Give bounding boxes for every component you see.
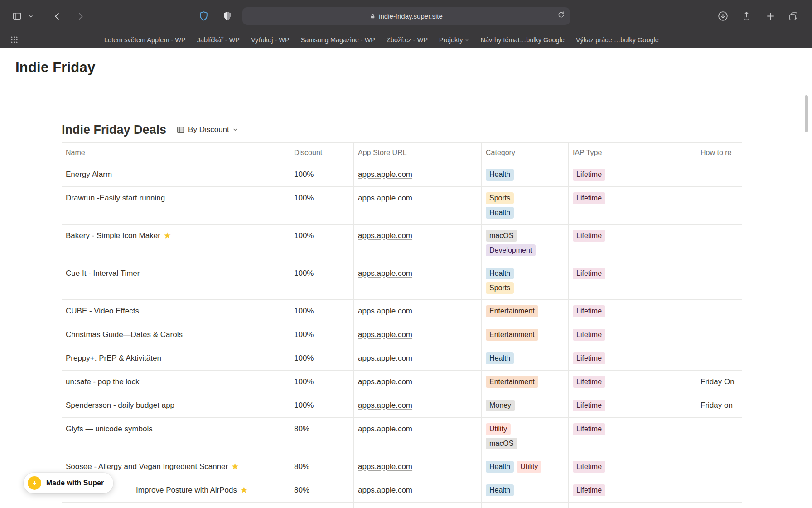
new-tab-button[interactable] — [765, 0, 776, 32]
collection-section: Indie Friday Deals By Discount NameDisco… — [62, 121, 742, 508]
page-title: Indie Friday — [15, 59, 95, 76]
bookmark-item[interactable]: Výkaz práce …bulky Google — [576, 36, 659, 44]
bookmark-item[interactable]: Vyťukej - WP — [251, 36, 290, 44]
app-store-link[interactable]: apps.apple.com — [358, 462, 412, 471]
app-store-link[interactable]: apps.apple.com — [358, 354, 412, 362]
sidebar-toggle-button[interactable] — [12, 0, 22, 32]
column-header[interactable]: Name — [62, 143, 290, 163]
tag: Lifetime — [573, 268, 605, 279]
tag: Lifetime — [573, 400, 605, 411]
discount-cell: 80% — [290, 455, 354, 479]
deal-name-cell[interactable]: un:safe - pop the lock — [62, 371, 290, 394]
category-cell: Utility — [482, 503, 569, 508]
tag: macOS — [486, 438, 517, 449]
bookmark-item[interactable]: Samsung Magazine - WP — [301, 36, 375, 44]
app-store-link[interactable]: apps.apple.com — [358, 307, 412, 315]
discount-value: 100% — [294, 401, 314, 410]
extension-shield-icon[interactable] — [222, 10, 233, 24]
address-bar[interactable]: indie-friday.super.site — [242, 7, 570, 25]
bookmark-label: Vyťukej - WP — [251, 36, 290, 44]
app-store-link[interactable]: apps.apple.com — [358, 401, 412, 410]
deal-name-cell[interactable]: Energy Alarm — [62, 163, 290, 186]
discount-value: 100% — [294, 231, 314, 240]
bookmarks-list: Letem světem Applem - WPJablíčkář - WPVy… — [104, 32, 659, 48]
tabs-icon — [788, 11, 799, 22]
share-button[interactable] — [741, 0, 752, 32]
deal-name-cell[interactable]: Bakery - Simple Icon Maker★ — [62, 225, 290, 262]
column-header[interactable]: Category — [482, 143, 569, 163]
deal-name: CUBE - Video Effects — [66, 305, 139, 317]
forward-button[interactable] — [76, 0, 86, 32]
iap-tags: Lifetime — [573, 268, 692, 279]
category-cell: Health — [482, 163, 569, 186]
deal-name-cell[interactable]: Glyfs — unicode symbols — [62, 418, 290, 455]
reload-button[interactable] — [557, 11, 565, 20]
lightning-icon — [28, 476, 41, 490]
deal-name: Bakery - Simple Icon Maker — [66, 230, 160, 241]
app-store-url-cell: apps.apple.com — [354, 479, 482, 502]
collection-header: Indie Friday Deals By Discount — [62, 121, 742, 138]
category-tags: Entertainment — [486, 305, 564, 317]
deal-name-cell[interactable]: CUBE - Video Effects — [62, 300, 290, 323]
bookmark-item[interactable]: Projekty — [439, 36, 469, 44]
page-scrollbar[interactable] — [805, 95, 808, 132]
bookmark-item[interactable]: Letem světem Applem - WP — [104, 36, 186, 44]
forward-icon — [76, 11, 86, 21]
web-page: Indie Friday Indie Friday Deals By Disco… — [0, 48, 812, 508]
deal-name-cell[interactable]: Drawrun -Easily start running — [62, 187, 290, 224]
tab-overview-button[interactable] — [788, 0, 799, 32]
app-store-link[interactable]: apps.apple.com — [358, 194, 412, 202]
tag: Lifetime — [573, 192, 605, 204]
tag: Development — [486, 244, 536, 256]
deal-name-cell[interactable]: Preppy+: PrEP & Aktivitäten — [62, 347, 290, 370]
discount-cell: 80% — [290, 418, 354, 455]
tag: Entertainment — [486, 305, 538, 317]
category-cell: Health — [482, 479, 569, 502]
deal-name: Glyfs — unicode symbols — [66, 423, 153, 435]
column-header[interactable]: Discount — [290, 143, 354, 163]
column-header[interactable]: App Store URL — [354, 143, 482, 163]
app-store-url-cell: apps.apple.com — [354, 262, 482, 299]
deal-name-cell[interactable]: Christmas Guide—Dates & Carols — [62, 323, 290, 347]
category-tags: Health — [486, 484, 564, 496]
view-label: By Discount — [188, 125, 229, 134]
app-store-link[interactable]: apps.apple.com — [358, 330, 412, 339]
favorites-grid-icon[interactable] — [10, 35, 19, 46]
toolbar-chevron-button[interactable] — [28, 0, 34, 32]
deal-name-cell[interactable]: PickMe - Random Wheel Spin — [62, 503, 290, 508]
app-store-link[interactable]: apps.apple.com — [358, 170, 412, 179]
app-store-url-cell: apps.apple.com — [354, 394, 482, 417]
browser-chrome: indie-friday.super.site — [0, 0, 812, 48]
tag: Lifetime — [573, 169, 605, 181]
made-with-super-badge[interactable]: Made with Super — [24, 473, 113, 493]
app-store-link[interactable]: apps.apple.com — [358, 269, 412, 278]
app-store-link[interactable]: apps.apple.com — [358, 231, 412, 240]
iap-type-cell: Lifetime — [569, 394, 696, 417]
table-row: PickMe - Random Wheel Spin75%apps.apple.… — [62, 503, 742, 508]
column-header[interactable]: How to re — [696, 143, 742, 163]
category-cell: Money — [482, 394, 569, 417]
how-to-redeem-cell — [696, 479, 742, 502]
tag: Health — [486, 461, 514, 473]
star-icon: ★ — [164, 230, 171, 241]
view-switcher[interactable]: By Discount — [176, 125, 238, 134]
app-store-link[interactable]: apps.apple.com — [358, 377, 412, 386]
discount-value: 100% — [294, 307, 314, 315]
deal-name-cell[interactable]: Spendersson - daily budget app — [62, 394, 290, 417]
table-header-row: NameDiscountApp Store URLCategoryIAP Typ… — [62, 142, 742, 163]
downloads-button[interactable] — [717, 0, 729, 32]
bookmark-item[interactable]: Návrhy témat…bulky Google — [480, 36, 564, 44]
deal-name: Preppy+: PrEP & Aktivitäten — [66, 352, 161, 364]
bookmark-item[interactable]: Zboží.cz - WP — [387, 36, 428, 44]
tag: Lifetime — [573, 230, 605, 242]
bookmark-item[interactable]: Jablíčkář - WP — [197, 36, 240, 44]
iap-type-cell: Lifetime — [569, 163, 696, 186]
app-store-url-cell: apps.apple.com — [354, 503, 482, 508]
app-store-link[interactable]: apps.apple.com — [358, 425, 412, 433]
privacy-shield-icon[interactable] — [198, 10, 209, 24]
download-icon — [717, 10, 729, 22]
column-header[interactable]: IAP Type — [569, 143, 696, 163]
deal-name-cell[interactable]: Cue It - Interval Timer — [62, 262, 290, 299]
back-button[interactable] — [52, 0, 62, 32]
app-store-link[interactable]: apps.apple.com — [358, 486, 412, 494]
